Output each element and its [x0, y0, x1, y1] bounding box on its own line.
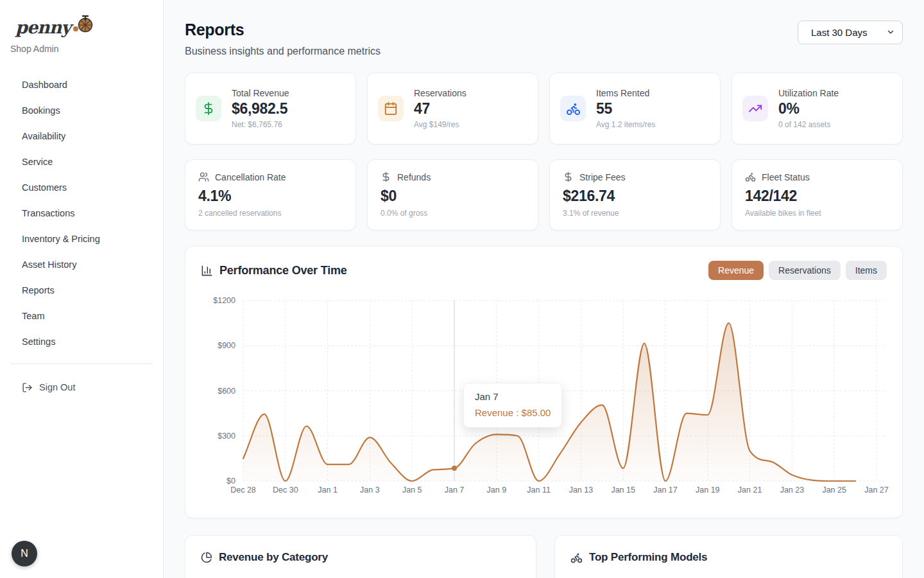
page-title: Reports	[185, 21, 381, 39]
stat-label: Fleet Status	[762, 172, 810, 182]
sidebar-item-transactions[interactable]: Transactions	[0, 200, 163, 226]
svg-text:Jan 3: Jan 3	[360, 486, 380, 495]
sidebar-nav: Dashboard Bookings Availability Service …	[0, 72, 163, 355]
page-subtitle: Business insights and performance metric…	[185, 46, 381, 57]
stats-row-2: Cancellation Rate 4.1% 2 cancelled reser…	[185, 159, 903, 231]
revenue-by-category-title: Revenue by Category	[219, 551, 328, 564]
svg-text:$1200: $1200	[213, 296, 235, 305]
svg-text:Jan 17: Jan 17	[653, 486, 678, 495]
sidebar-item-customers[interactable]: Customers	[0, 175, 163, 200]
users-icon	[198, 171, 209, 182]
stat-label: Stripe Fees	[579, 172, 626, 182]
top-performing-models-card: Top Performing Models	[554, 535, 903, 578]
svg-text:Jan 11: Jan 11	[527, 486, 551, 495]
revenue-by-category-card: Revenue by Category	[185, 535, 536, 578]
date-range-select[interactable]: Last 30 Days	[798, 21, 903, 44]
brand-logo: penny	[0, 12, 163, 36]
stat-card-stripe-fees: Stripe Fees $216.74 3.1% of revenue	[549, 159, 721, 231]
stat-value: $216.74	[563, 188, 707, 205]
main-content: Reports Business insights and performanc…	[164, 0, 924, 578]
stat-value: $6,982.5	[232, 100, 289, 118]
svg-text:$900: $900	[218, 341, 235, 350]
svg-text:Jan 5: Jan 5	[402, 486, 422, 495]
stat-card-fleet-status: Fleet Status 142/142 Available bikes in …	[732, 159, 903, 231]
svg-text:Jan 1: Jan 1	[318, 486, 338, 495]
svg-text:Dec 28: Dec 28	[230, 486, 256, 495]
stat-label: Items Rented	[596, 88, 655, 98]
page-header: Reports Business insights and performanc…	[185, 21, 903, 57]
chart-metric-tabs: Revenue Reservations Items	[708, 261, 887, 280]
stat-sub: 2 cancelled reservations	[198, 209, 343, 218]
stat-label: Refunds	[397, 172, 431, 182]
tooltip-value: Revenue : $85.00	[475, 407, 551, 418]
svg-text:$600: $600	[218, 387, 235, 396]
sidebar-item-dashboard[interactable]: Dashboard	[0, 72, 163, 98]
stat-value: 0%	[778, 100, 839, 118]
tooltip-date: Jan 7	[475, 391, 551, 402]
stat-label: Utilization Rate	[778, 88, 839, 98]
sidebar-item-inventory-pricing[interactable]: Inventory & Pricing	[0, 226, 163, 252]
tab-reservations[interactable]: Reservations	[769, 261, 841, 280]
stat-card-cancellation-rate: Cancellation Rate 4.1% 2 cancelled reser…	[185, 159, 356, 231]
svg-text:Jan 9: Jan 9	[487, 486, 507, 495]
stat-sub: 3.1% of revenue	[563, 209, 707, 218]
performance-over-time-card: $0$300$600$900$1200Dec 28Dec 30Jan 1Jan …	[185, 246, 903, 518]
stats-row-1: Total Revenue $6,982.5 Net: $6,765.76 Re…	[185, 73, 903, 144]
chart-title: Performance Over Time	[219, 264, 347, 277]
svg-text:Dec 30: Dec 30	[273, 486, 298, 495]
svg-text:$0: $0	[227, 477, 235, 486]
shop-admin-label: Shop Admin	[0, 44, 163, 54]
svg-text:Jan 7: Jan 7	[445, 486, 465, 495]
stat-value: 47	[414, 100, 466, 118]
tab-items[interactable]: Items	[846, 261, 887, 280]
sidebar-item-service[interactable]: Service	[0, 149, 163, 175]
sidebar-item-team[interactable]: Team	[0, 303, 163, 329]
stat-sub: Net: $6,765.76	[232, 120, 289, 129]
date-range-select-wrap: Last 30 Days	[798, 21, 903, 44]
sidebar-item-settings[interactable]: Settings	[0, 329, 163, 355]
bike-icon	[570, 552, 583, 564]
chart-tooltip: Jan 7 Revenue : $85.00	[463, 383, 562, 428]
stat-card-total-revenue: Total Revenue $6,982.5 Net: $6,765.76	[185, 73, 356, 144]
stat-card-utilization-rate: Utilization Rate 0% 0 of 142 assets	[732, 73, 903, 144]
app-root: penny Shop Admin Dashboard Bookings Avai…	[0, 0, 924, 578]
stat-sub: 0.0% of gross	[381, 209, 525, 218]
stat-sub: 0 of 142 assets	[778, 120, 839, 129]
sidebar-item-asset-history[interactable]: Asset History	[0, 252, 163, 277]
stat-sub: Avg $149/res	[414, 120, 466, 129]
calendar-icon	[378, 96, 404, 121]
stat-sub: Avg 1.2 items/res	[596, 120, 655, 129]
stat-label: Reservations	[414, 88, 466, 98]
bike-icon	[745, 171, 756, 182]
stat-card-refunds: Refunds $0 0.0% of gross	[367, 159, 538, 231]
logout-icon	[22, 382, 33, 393]
brand-name: penny	[15, 19, 71, 36]
stat-sub: Available bikes in fleet	[745, 209, 889, 218]
sign-out-button[interactable]: Sign Out	[0, 377, 163, 398]
stat-value: 142/142	[745, 188, 889, 205]
bottom-cards: Revenue by Category Top Performing Model…	[185, 535, 903, 578]
sign-out-label: Sign Out	[39, 382, 75, 392]
tab-revenue[interactable]: Revenue	[708, 261, 764, 280]
avatar[interactable]: N	[12, 541, 37, 566]
dollar-icon	[196, 96, 221, 121]
svg-text:Jan 19: Jan 19	[696, 486, 720, 495]
svg-text:Jan 13: Jan 13	[569, 486, 594, 495]
sidebar-item-bookings[interactable]: Bookings	[0, 98, 163, 123]
svg-text:Jan 23: Jan 23	[780, 486, 805, 495]
svg-text:Jan 27: Jan 27	[864, 486, 889, 495]
sidebar-item-reports[interactable]: Reports	[0, 277, 163, 303]
stat-label: Cancellation Rate	[215, 172, 286, 182]
trending-up-icon	[742, 96, 768, 121]
sidebar-item-availability[interactable]: Availability	[0, 123, 163, 149]
dollar-icon	[563, 171, 574, 182]
bar-chart-icon	[201, 265, 213, 277]
sidebar: penny Shop Admin Dashboard Bookings Avai…	[0, 0, 164, 578]
sidebar-divider	[10, 363, 153, 364]
dollar-icon	[381, 171, 391, 182]
stat-card-reservations: Reservations 47 Avg $149/res	[367, 73, 538, 144]
pie-chart-icon	[201, 552, 212, 563]
stat-card-items-rented: Items Rented 55 Avg 1.2 items/res	[549, 73, 721, 144]
svg-text:Jan 25: Jan 25	[822, 486, 846, 495]
stat-label: Total Revenue	[232, 88, 289, 98]
